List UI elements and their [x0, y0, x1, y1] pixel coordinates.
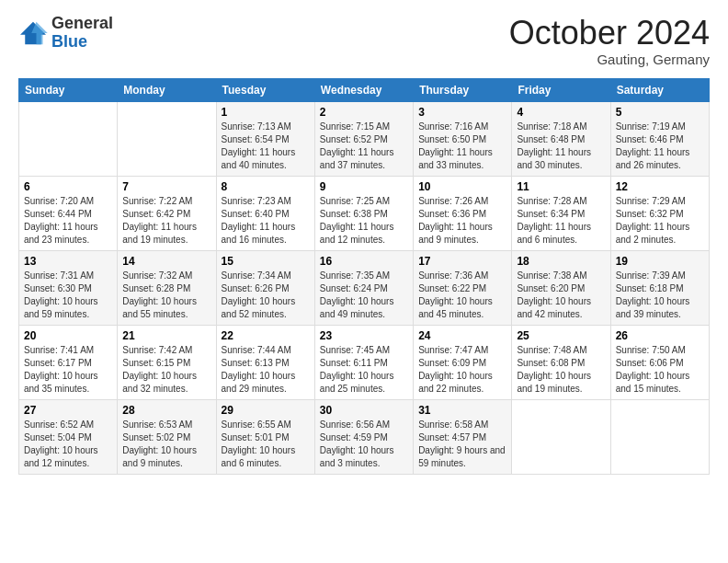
calendar-cell: 10Sunrise: 7:26 AM Sunset: 6:36 PM Dayli… — [414, 176, 512, 250]
day-number: 3 — [418, 106, 506, 119]
day-number: 15 — [222, 255, 310, 268]
day-number: 17 — [418, 255, 506, 268]
col-header-sunday: Sunday — [19, 78, 118, 101]
day-number: 23 — [320, 329, 408, 342]
calendar-cell: 19Sunrise: 7:39 AM Sunset: 6:18 PM Dayli… — [610, 250, 709, 325]
day-detail: Sunrise: 6:55 AM Sunset: 5:01 PM Dayligh… — [222, 419, 310, 470]
day-detail: Sunrise: 7:20 AM Sunset: 6:44 PM Dayligh… — [24, 195, 112, 247]
week-row-5: 27Sunrise: 6:52 AM Sunset: 5:04 PM Dayli… — [19, 399, 710, 474]
calendar-cell: 31Sunrise: 6:58 AM Sunset: 4:57 PM Dayli… — [414, 399, 512, 474]
day-number: 29 — [222, 404, 310, 417]
calendar-cell: 22Sunrise: 7:44 AM Sunset: 6:13 PM Dayli… — [216, 325, 314, 399]
day-detail: Sunrise: 6:53 AM Sunset: 5:02 PM Dayligh… — [122, 419, 210, 470]
day-detail: Sunrise: 7:29 AM Sunset: 6:32 PM Dayligh… — [616, 195, 704, 247]
calendar-cell: 16Sunrise: 7:35 AM Sunset: 6:24 PM Dayli… — [314, 250, 413, 325]
day-number: 11 — [517, 180, 605, 193]
calendar-cell: 20Sunrise: 7:41 AM Sunset: 6:17 PM Dayli… — [19, 325, 118, 399]
calendar-cell: 7Sunrise: 7:22 AM Sunset: 6:42 PM Daylig… — [118, 176, 216, 250]
calendar-cell: 26Sunrise: 7:50 AM Sunset: 6:06 PM Dayli… — [610, 325, 709, 399]
calendar-table: SundayMondayTuesdayWednesdayThursdayFrid… — [18, 78, 710, 475]
col-header-thursday: Thursday — [414, 78, 512, 101]
calendar-cell: 30Sunrise: 6:56 AM Sunset: 4:59 PM Dayli… — [314, 399, 413, 474]
day-detail: Sunrise: 6:58 AM Sunset: 4:57 PM Dayligh… — [418, 419, 506, 470]
day-detail: Sunrise: 7:23 AM Sunset: 6:40 PM Dayligh… — [222, 195, 310, 247]
calendar-cell: 11Sunrise: 7:28 AM Sunset: 6:34 PM Dayli… — [512, 176, 610, 250]
col-header-monday: Monday — [118, 78, 216, 101]
day-detail: Sunrise: 7:36 AM Sunset: 6:22 PM Dayligh… — [418, 270, 506, 321]
logo: General Blue — [18, 15, 113, 52]
day-number: 5 — [616, 106, 704, 119]
day-detail: Sunrise: 7:34 AM Sunset: 6:26 PM Dayligh… — [222, 270, 310, 321]
day-number: 4 — [517, 106, 605, 119]
calendar-cell: 18Sunrise: 7:38 AM Sunset: 6:20 PM Dayli… — [512, 250, 610, 325]
day-number: 22 — [222, 329, 310, 342]
day-number: 12 — [616, 180, 704, 193]
day-detail: Sunrise: 7:32 AM Sunset: 6:28 PM Dayligh… — [122, 270, 210, 321]
calendar-cell: 28Sunrise: 6:53 AM Sunset: 5:02 PM Dayli… — [118, 399, 216, 474]
day-detail: Sunrise: 7:31 AM Sunset: 6:30 PM Dayligh… — [24, 270, 112, 321]
month-title: October 2024 — [509, 15, 710, 52]
calendar-cell: 12Sunrise: 7:29 AM Sunset: 6:32 PM Dayli… — [610, 176, 709, 250]
calendar-cell — [19, 101, 118, 176]
calendar-header-row: SundayMondayTuesdayWednesdayThursdayFrid… — [19, 78, 710, 101]
logo-general: General — [51, 14, 113, 32]
day-detail: Sunrise: 7:39 AM Sunset: 6:18 PM Dayligh… — [616, 270, 704, 321]
calendar-cell: 25Sunrise: 7:48 AM Sunset: 6:08 PM Dayli… — [512, 325, 610, 399]
day-number: 10 — [418, 180, 506, 193]
day-detail: Sunrise: 7:38 AM Sunset: 6:20 PM Dayligh… — [517, 270, 605, 321]
day-detail: Sunrise: 7:22 AM Sunset: 6:42 PM Dayligh… — [122, 195, 210, 247]
day-number: 9 — [320, 180, 408, 193]
calendar-body: 1Sunrise: 7:13 AM Sunset: 6:54 PM Daylig… — [19, 101, 710, 474]
location-subtitle: Gauting, Germany — [509, 52, 710, 67]
day-number: 25 — [517, 329, 605, 342]
day-number: 16 — [320, 255, 408, 268]
day-number: 7 — [122, 180, 210, 193]
week-row-4: 20Sunrise: 7:41 AM Sunset: 6:17 PM Dayli… — [19, 325, 710, 399]
day-number: 30 — [320, 404, 408, 417]
day-number: 8 — [222, 180, 310, 193]
day-detail: Sunrise: 6:56 AM Sunset: 4:59 PM Dayligh… — [320, 419, 408, 470]
day-detail: Sunrise: 7:42 AM Sunset: 6:15 PM Dayligh… — [122, 344, 210, 396]
calendar-cell: 4Sunrise: 7:18 AM Sunset: 6:48 PM Daylig… — [512, 101, 610, 176]
day-number: 20 — [24, 329, 112, 342]
calendar-cell: 21Sunrise: 7:42 AM Sunset: 6:15 PM Dayli… — [118, 325, 216, 399]
day-number: 21 — [122, 329, 210, 342]
week-row-3: 13Sunrise: 7:31 AM Sunset: 6:30 PM Dayli… — [19, 250, 710, 325]
day-detail: Sunrise: 7:15 AM Sunset: 6:52 PM Dayligh… — [320, 121, 408, 172]
day-detail: Sunrise: 7:16 AM Sunset: 6:50 PM Dayligh… — [418, 121, 506, 172]
calendar-cell: 1Sunrise: 7:13 AM Sunset: 6:54 PM Daylig… — [216, 101, 314, 176]
calendar-cell — [118, 101, 216, 176]
calendar-cell: 29Sunrise: 6:55 AM Sunset: 5:01 PM Dayli… — [216, 399, 314, 474]
logo-icon — [18, 20, 48, 46]
day-detail: Sunrise: 6:52 AM Sunset: 5:04 PM Dayligh… — [24, 419, 112, 470]
title-block: October 2024 Gauting, Germany — [509, 15, 710, 67]
calendar-cell: 8Sunrise: 7:23 AM Sunset: 6:40 PM Daylig… — [216, 176, 314, 250]
day-number: 18 — [517, 255, 605, 268]
day-number: 26 — [616, 329, 704, 342]
calendar-cell: 15Sunrise: 7:34 AM Sunset: 6:26 PM Dayli… — [216, 250, 314, 325]
day-detail: Sunrise: 7:44 AM Sunset: 6:13 PM Dayligh… — [222, 344, 310, 396]
page: General Blue October 2024 Gauting, Germa… — [0, 0, 728, 493]
day-number: 14 — [122, 255, 210, 268]
calendar-cell: 24Sunrise: 7:47 AM Sunset: 6:09 PM Dayli… — [414, 325, 512, 399]
day-number: 2 — [320, 106, 408, 119]
day-detail: Sunrise: 7:25 AM Sunset: 6:38 PM Dayligh… — [320, 195, 408, 247]
calendar-cell: 14Sunrise: 7:32 AM Sunset: 6:28 PM Dayli… — [118, 250, 216, 325]
calendar-cell: 2Sunrise: 7:15 AM Sunset: 6:52 PM Daylig… — [314, 101, 413, 176]
day-number: 19 — [616, 255, 704, 268]
calendar-cell: 23Sunrise: 7:45 AM Sunset: 6:11 PM Dayli… — [314, 325, 413, 399]
day-number: 31 — [418, 404, 506, 417]
day-number: 6 — [24, 180, 112, 193]
col-header-tuesday: Tuesday — [216, 78, 314, 101]
day-number: 13 — [24, 255, 112, 268]
calendar-cell: 27Sunrise: 6:52 AM Sunset: 5:04 PM Dayli… — [19, 399, 118, 474]
week-row-2: 6Sunrise: 7:20 AM Sunset: 6:44 PM Daylig… — [19, 176, 710, 250]
calendar-cell — [512, 399, 610, 474]
day-detail: Sunrise: 7:35 AM Sunset: 6:24 PM Dayligh… — [320, 270, 408, 321]
col-header-friday: Friday — [512, 78, 610, 101]
day-detail: Sunrise: 7:13 AM Sunset: 6:54 PM Dayligh… — [222, 121, 310, 172]
calendar-cell: 5Sunrise: 7:19 AM Sunset: 6:46 PM Daylig… — [610, 101, 709, 176]
calendar-cell: 17Sunrise: 7:36 AM Sunset: 6:22 PM Dayli… — [414, 250, 512, 325]
logo-blue: Blue — [51, 32, 87, 51]
col-header-wednesday: Wednesday — [314, 78, 413, 101]
